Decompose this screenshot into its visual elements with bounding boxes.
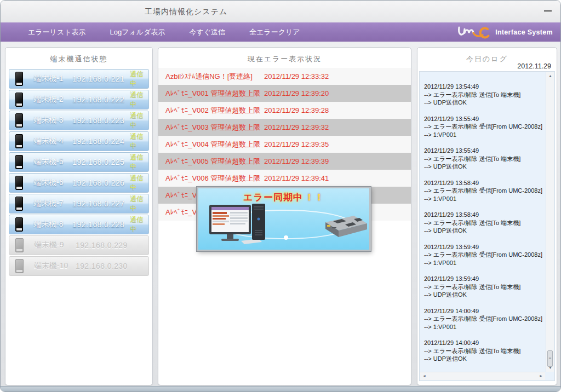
log-list: 2012/11/29 13:54:49 --> エラー表示/解除 送信[To 端… [424,83,542,371]
error-datetime: 2012/11/29 12:39:28 [264,106,329,114]
error-row[interactable]: Aﾚﾍﾞﾓﾆ_V001 管理値超数上限 2012/11/29 12:39:20 [158,85,411,102]
log-entry-time: 2012/11/29 13:59:49 [424,243,542,251]
log-entry: 2012/11/29 13:55:49 --> エラー表示/解除 受信[From… [424,115,542,139]
brand-text: Interface System [495,28,553,36]
log-entry-line2: --> UDP送信OK [424,355,542,363]
error-message: Aﾚﾍﾞﾓﾆ_V004 管理値超数上限 [165,140,264,149]
error-row[interactable]: Aﾚﾍﾞﾓﾆ_V004 管理値超数上限 2012/11/29 12:39:35 [158,136,411,153]
error-datetime: 2012/11/29 12:39:20 [264,89,329,97]
terminal-status-badge: 通信中 [130,215,148,234]
horizontal-scrollbar[interactable]: ◄ ► [420,372,545,380]
log-entry-line2: --> UDP送信OK [424,291,542,299]
log-entry-time: 2012/11/29 14:00:49 [424,307,542,315]
log-entry-line1: --> エラー表示/解除 受信[From UMC-2008z] [424,251,542,259]
scroll-up-icon[interactable]: ▲ [546,72,554,80]
menu-log-folder[interactable]: Logフォルダ表示 [98,22,178,42]
error-datetime: 2012/11/29 12:33:32 [264,72,329,80]
log-entry-time: 2012/11/29 14:00:49 [424,339,542,347]
terminal-ip: 192.168.0.228 [72,220,130,229]
terminal-list: 端末機-1 192.168.0.221 通信中 端末機-2 192.168.0.… [5,69,152,276]
error-row[interactable]: Aﾚﾍﾞﾓﾆ_V002 管理値超数上限 2012/11/29 12:39:28 [158,102,411,119]
log-entry: 2012/11/29 13:59:49 --> エラー表示/解除 送信[To 端… [424,275,542,299]
menu-clear-all-errors[interactable]: 全エラークリア [237,22,312,42]
sync-graphic [198,203,369,251]
error-message: Aﾚﾍﾞﾓﾆ_V006 管理値超数上限 [165,174,264,183]
menu-error-list[interactable]: エラーリスト表示 [16,22,98,42]
error-row[interactable]: Azbilｼｽﾃﾑ通信NG！[要連絡] 2012/11/29 12:33:32 [158,68,411,85]
terminal-phone-icon [15,113,23,128]
terminal-status-badge: 通信中 [130,194,148,213]
terminal-status-badge: 通信中 [130,153,148,171]
log-entry: 2012/11/29 13:54:49 --> エラー表示/解除 送信[To 端… [424,83,542,107]
error-message: Azbilｼｽﾃﾑ通信NG！[要連絡] [165,72,264,82]
error-row[interactable]: Aﾚﾍﾞﾓﾆ_V006 管理値超数上限 2012/11/29 12:39:41 [158,170,411,187]
terminal-phone-icon [15,238,24,252]
terminal-row[interactable]: 端末機-8 192.168.0.228 通信中 [9,215,149,234]
log-entry-time: 2012/11/29 13:55:49 [424,147,542,155]
log-entry-line2: --> 1:VP001 [424,323,542,331]
error-datetime: 2012/11/29 12:39:41 [264,174,329,182]
terminal-row[interactable]: 端末機-7 192.168.0.227 通信中 [9,194,149,214]
error-datetime: 2012/11/29 12:39:35 [264,140,329,148]
log-entry-line1: --> エラー表示/解除 受信[From UMC-2008z] [424,123,542,131]
terminal-phone-icon [15,134,23,148]
terminal-ip: 192.168.0.227 [72,199,130,208]
terminal-name: 端末機-8 [33,220,72,229]
umc-logo-icon [455,25,491,40]
log-entry: 2012/11/29 13:55:49 --> エラー表示/解除 送信[To 端… [424,147,542,171]
terminal-phone-icon [15,155,23,169]
terminal-row[interactable]: 端末機-5 192.168.0.225 通信中 [9,152,149,172]
today-log-panel: 今日のログ 2012.11.29 2012/11/29 13:54:49 -->… [417,47,557,385]
terminal-name: 端末機-1 [33,74,72,84]
log-date: 2012.11.29 [517,62,551,70]
log-entry-line2: --> UDP送信OK [424,227,542,235]
terminal-status-panel: 端末機通信状態 端末機-1 192.168.0.221 通信中 端末機-2 19… [5,47,153,385]
log-entry: 2012/11/29 13:59:49 --> エラー表示/解除 受信[From… [424,243,542,267]
error-message: Aﾚﾍﾞﾓﾆ_V005 管理値超数上限 [165,157,264,166]
scroll-left-icon[interactable]: ◄ [420,372,428,380]
window-title: 工場内情報化システム [145,7,227,17]
error-sync-dialog: エラー同期中！！ [197,187,371,251]
terminal-ip: 192.168.0.226 [72,178,130,187]
minimize-button[interactable] [542,5,554,16]
terminal-name: 端末機-10 [34,261,76,271]
terminal-name: 端末機-9 [34,240,76,250]
error-message: Aﾚﾍﾞﾓﾆ_V003 管理値超数上限 [165,123,264,132]
log-entry: 2012/11/29 13:58:49 --> エラー表示/解除 送信[To 端… [424,211,542,235]
log-entry-line1: --> エラー表示/解除 送信[To 端末機] [424,91,542,99]
log-entry-line2: --> 1:VP001 [424,131,542,139]
log-area: 2012/11/29 13:54:49 --> エラー表示/解除 送信[To 端… [419,71,555,381]
brand: Interface System [455,25,560,40]
terminal-ip: 192.168.0.229 [76,241,137,250]
menubar: エラーリスト表示 Logフォルダ表示 今すぐ送信 全エラークリア Interfa… [1,22,560,42]
log-entry-line1: --> エラー表示/解除 受信[From UMC-2008z] [424,187,542,195]
terminal-name: 端末機-5 [33,157,72,167]
vertical-scrollbar[interactable]: ▲ ≡ ▼ [546,72,554,372]
error-panel-title: 現在エラー表示状況 [158,48,411,64]
terminal-row[interactable]: 端末機-4 192.168.0.224 通信中 [9,131,149,151]
menu-send-now[interactable]: 今すぐ送信 [177,22,237,42]
log-entry-time: 2012/11/29 13:58:49 [424,179,542,187]
window-bottom-edge [1,386,560,391]
error-message: Aﾚﾍﾞﾓﾆ_V002 管理値超数上限 [165,106,264,116]
error-datetime: 2012/11/29 12:39:39 [264,157,329,165]
error-row[interactable]: Aﾚﾍﾞﾓﾆ_V003 管理値超数上限 2012/11/29 12:39:32 [158,119,411,136]
terminal-row[interactable]: 端末機-2 192.168.0.222 通信中 [9,90,149,109]
terminal-name: 端末機-7 [33,199,72,209]
log-entry-line1: --> エラー表示/解除 送信[To 端末機] [424,155,542,163]
terminal-phone-icon [15,197,23,211]
terminal-row[interactable]: 端末機-1 192.168.0.221 通信中 [9,69,149,89]
scroll-right-icon[interactable]: ► [537,372,545,380]
terminal-phone-icon [15,72,23,86]
terminal-row[interactable]: 端末機-10 192.168.0.230 [9,256,149,276]
terminal-name: 端末機-4 [33,136,72,146]
terminal-row[interactable]: 端末機-6 192.168.0.226 通信中 [9,173,149,193]
terminal-row[interactable]: 端末機-9 192.168.0.229 [9,235,149,255]
error-row[interactable]: Aﾚﾍﾞﾓﾆ_V005 管理値超数上限 2012/11/29 12:39:39 [158,153,411,170]
terminal-phone-icon [15,93,23,107]
terminal-row[interactable]: 端末機-3 192.168.0.223 通信中 [9,111,149,130]
terminal-ip: 192.168.0.230 [76,262,137,270]
scroll-down-icon[interactable]: ▼ [546,364,554,372]
log-entry-line1: --> エラー表示/解除 送信[To 端末機] [424,347,542,355]
log-entry-time: 2012/11/29 13:58:49 [424,211,542,219]
